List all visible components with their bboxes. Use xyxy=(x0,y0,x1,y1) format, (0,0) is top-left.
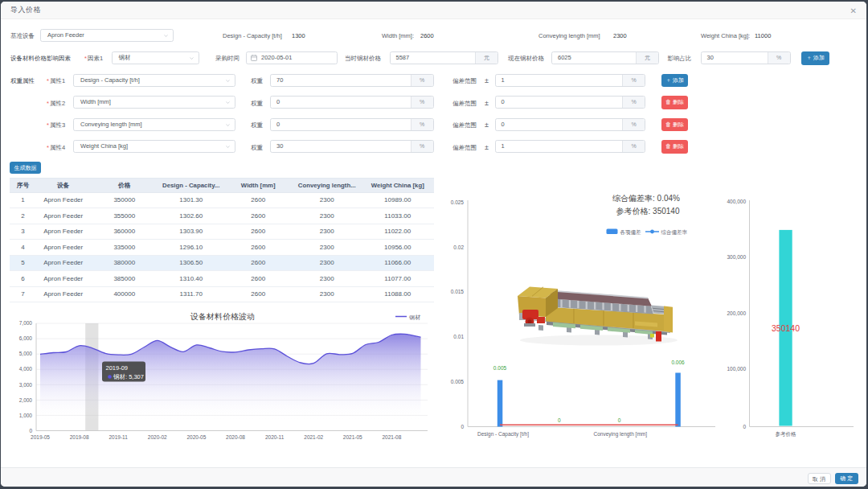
svg-text:2019-09: 2019-09 xyxy=(106,364,129,372)
svg-text:400,000: 400,000 xyxy=(727,199,747,204)
svg-text:各项偏差: 各项偏差 xyxy=(620,229,642,236)
svg-text:1,000: 1,000 xyxy=(19,413,33,418)
svg-text:2021-05: 2021-05 xyxy=(343,434,362,440)
svg-text:0: 0 xyxy=(743,424,746,429)
svg-text:2021-08: 2021-08 xyxy=(382,434,401,440)
svg-text:100,000: 100,000 xyxy=(727,366,747,372)
svg-text:0: 0 xyxy=(29,428,32,434)
svg-text:2019-08: 2019-08 xyxy=(70,434,89,440)
svg-text:2,000: 2,000 xyxy=(19,397,33,403)
svg-text:设备材料价格波动: 设备材料价格波动 xyxy=(190,312,255,321)
svg-text:0.006: 0.006 xyxy=(671,360,685,365)
svg-text:钢材: 钢材 xyxy=(408,314,420,321)
svg-text:2020-08: 2020-08 xyxy=(226,434,245,440)
svg-text:0.005: 0.005 xyxy=(493,365,507,371)
svg-text:0: 0 xyxy=(618,417,621,423)
svg-text:0: 0 xyxy=(461,424,464,429)
svg-text:参考价格: 参考价格 xyxy=(776,431,797,438)
svg-text:钢材: 5,307: 钢材: 5,307 xyxy=(113,373,144,380)
svg-text:2019-11: 2019-11 xyxy=(109,434,129,440)
svg-text:0.02: 0.02 xyxy=(453,244,464,250)
svg-text:0.015: 0.015 xyxy=(451,289,465,294)
svg-text:2020-11: 2020-11 xyxy=(265,434,285,440)
svg-text:5,000: 5,000 xyxy=(19,351,33,356)
svg-text:6,000: 6,000 xyxy=(19,335,33,341)
svg-text:0: 0 xyxy=(558,417,561,423)
svg-text:综合偏差率: 综合偏差率 xyxy=(661,229,688,236)
svg-text:2020-05: 2020-05 xyxy=(186,434,206,440)
svg-text:300,000: 300,000 xyxy=(727,254,747,260)
svg-text:4,000: 4,000 xyxy=(19,366,33,372)
svg-text:2019-05: 2019-05 xyxy=(31,434,50,440)
svg-text:3,000: 3,000 xyxy=(19,382,33,388)
svg-text:350140: 350140 xyxy=(772,323,800,333)
svg-text:7,000: 7,000 xyxy=(19,320,33,326)
svg-text:Design - Capacity [t/h]: Design - Capacity [t/h] xyxy=(477,431,529,438)
svg-text:参考价格: 350140: 参考价格: 350140 xyxy=(616,207,680,216)
svg-text:2020-02: 2020-02 xyxy=(148,434,167,440)
svg-text:0.005: 0.005 xyxy=(451,379,465,384)
svg-text:综合偏差率: 0.04%: 综合偏差率: 0.04% xyxy=(612,194,680,203)
svg-text:0.01: 0.01 xyxy=(453,334,464,339)
svg-text:0.025: 0.025 xyxy=(451,199,465,205)
svg-text:2021-02: 2021-02 xyxy=(304,434,323,440)
svg-text:Conveying length [mm]: Conveying length [mm] xyxy=(594,431,648,438)
svg-text:200,000: 200,000 xyxy=(727,310,747,316)
